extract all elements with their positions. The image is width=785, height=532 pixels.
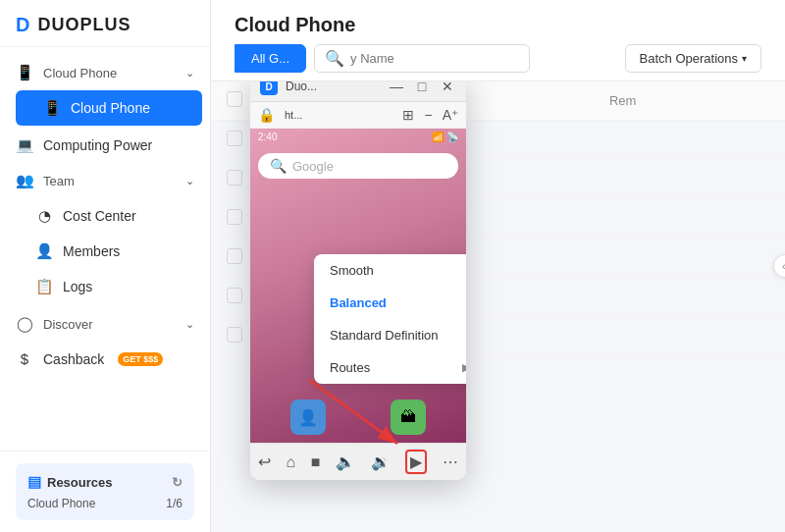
window-close-button[interactable]: ✕ — [439, 81, 456, 94]
sidebar-item-cost-center[interactable]: ◔ Cost Center — [8, 198, 210, 234]
app-icon: D — [260, 81, 278, 95]
row-checkbox-4[interactable] — [227, 288, 242, 303]
routes-chevron-icon: ▶ — [462, 361, 466, 374]
tab-group: All G... — [235, 44, 306, 73]
cashback-badge: GET $$$ — [118, 352, 163, 366]
team-icon: 👥 — [16, 172, 33, 189]
phone-screen: 2:40 📶 📡 🔍 Google 👤 🏔 — [250, 129, 466, 443]
phone-status-bar: 2:40 📶 📡 — [250, 129, 466, 145]
sidebar: D DUOPLUS 📱 Cloud Phone ⌄ 📱 Cloud Phone … — [0, 0, 211, 532]
chevron-discover-icon: ⌄ — [185, 318, 194, 331]
rem-cell — [594, 121, 785, 160]
sidebar-item-discover[interactable]: ◯ Discover ⌄ — [0, 306, 210, 342]
discover-icon: ◯ — [16, 315, 33, 333]
row-checkbox-5[interactable] — [227, 327, 242, 343]
phone-bottom-bar: ↩ ⌂ ■ 🔈 🔉 ▶ ⋯ — [250, 443, 466, 480]
cashback-icon: $ — [16, 350, 33, 367]
volume-down-icon[interactable]: 🔈 — [336, 452, 355, 471]
chevron-down-icon: ⌄ — [185, 67, 194, 80]
rem-column-header: Rem — [594, 81, 785, 121]
phone-app-contacts[interactable]: 👤 — [290, 399, 326, 435]
reader-icon[interactable]: A⁺ — [443, 107, 458, 123]
menu-item-standard-def[interactable]: Standard Definition — [314, 319, 466, 351]
logo-text: DUOPLUS — [37, 15, 131, 35]
row-checkbox-1[interactable] — [227, 170, 242, 186]
refresh-icon[interactable]: ↻ — [172, 475, 183, 490]
phone-window-overlay: D Duo... — □ ✕ 🔒 ht... ⊞ − A⁺ 2:40 — [250, 81, 466, 480]
row-checkbox-2[interactable] — [227, 209, 242, 225]
sidebar-item-cashback[interactable]: $ Cashback GET $$$ — [0, 342, 210, 376]
search-icon: 🔍 — [325, 49, 344, 68]
menu-item-routes[interactable]: Routes ▶ — [314, 351, 466, 384]
sidebar-item-cloud-phone[interactable]: 📱 Cloud Phone — [16, 90, 202, 126]
google-placeholder: Google — [292, 159, 334, 174]
phone-search-bar[interactable]: 🔍 Google — [258, 153, 458, 179]
toolbar: All G... 🔍 Batch Operations ▾ — [235, 44, 761, 73]
logo-area: D DUOPLUS — [0, 0, 210, 47]
window-maximize-button[interactable]: □ — [413, 81, 431, 94]
resources-title: ▤ Resources ↻ — [27, 473, 183, 491]
select-all-checkbox[interactable] — [227, 91, 242, 107]
menu-item-smooth[interactable]: Smooth — [314, 254, 466, 287]
rem-cell — [594, 278, 785, 317]
batch-operations-button[interactable]: Batch Operations ▾ — [625, 44, 761, 73]
nav-group-team: 👥 Team ⌄ ◔ Cost Center 👤 Members 📋 Logs — [0, 163, 210, 304]
menu-item-balanced[interactable]: Balanced — [314, 287, 466, 319]
more-icon[interactable]: ⋯ — [443, 452, 458, 471]
main-table-area: Status Rem Powered On Powered Off Powere… — [211, 81, 785, 532]
phone-window-titlebar: D Duo... — □ ✕ — [250, 81, 466, 102]
nav-sub-team: ◔ Cost Center 👤 Members 📋 Logs — [0, 198, 210, 304]
url-bar[interactable]: ht... — [285, 109, 392, 121]
batch-chevron-icon: ▾ — [742, 53, 747, 64]
rem-cell — [594, 317, 785, 356]
resources-box: ▤ Resources ↻ Cloud Phone 1/6 — [16, 463, 194, 520]
page-title: Cloud Phone — [235, 14, 761, 36]
lock-icon: 🔒 — [258, 107, 275, 123]
phone-browser-toolbar: 🔒 ht... ⊞ − A⁺ — [250, 102, 466, 129]
context-menu: Smooth Balanced Standard Definition Rout… — [314, 254, 466, 384]
sidebar-item-computing-power[interactable]: 💻 Computing Power — [0, 128, 210, 163]
tab-all[interactable]: All G... — [235, 44, 306, 73]
main-header: Cloud Phone All G... 🔍 Batch Operations … — [211, 0, 785, 81]
volume-up-icon[interactable]: 🔉 — [371, 452, 391, 471]
cost-icon: ◔ — [35, 207, 53, 225]
google-search-icon: 🔍 — [270, 158, 287, 174]
sidebar-item-team[interactable]: 👥 Team ⌄ — [0, 163, 210, 198]
main-content-area: Cloud Phone All G... 🔍 Batch Operations … — [211, 0, 785, 532]
monitor-icon: 💻 — [16, 136, 33, 154]
phone-app-row: 👤 🏔 — [250, 399, 466, 435]
cast-icon-highlighted[interactable]: ▶ — [405, 450, 427, 474]
members-icon: 👤 — [35, 242, 53, 260]
window-title: Duo... — [286, 81, 382, 93]
status-icons: 📶 📡 — [432, 132, 458, 142]
logo-icon: D — [16, 14, 29, 36]
sidebar-item-cloud-phone-group[interactable]: 📱 Cloud Phone ⌄ — [0, 55, 210, 90]
resources-chart-icon: ▤ — [27, 473, 41, 491]
chevron-team-icon: ⌄ — [185, 175, 194, 187]
status-time: 2:40 — [258, 132, 277, 142]
nav-group-cloud-phone: 📱 Cloud Phone ⌄ 📱 Cloud Phone — [0, 55, 210, 126]
row-checkbox-0[interactable] — [227, 131, 242, 146]
rem-cell — [594, 160, 785, 199]
phone-sub-icon: 📱 — [43, 99, 61, 117]
rem-cell — [594, 199, 785, 239]
add-tab-icon[interactable]: ⊞ — [402, 107, 414, 123]
back-icon[interactable]: ↩ — [258, 452, 271, 471]
window-minimize-button[interactable]: — — [388, 81, 405, 94]
recents-icon[interactable]: ■ — [311, 453, 321, 471]
home-icon[interactable]: ⌂ — [286, 453, 295, 471]
sidebar-nav: 📱 Cloud Phone ⌄ 📱 Cloud Phone 💻 Computin… — [0, 47, 210, 451]
rem-cell — [594, 239, 785, 278]
search-box[interactable]: 🔍 — [314, 44, 530, 73]
phone-icon: 📱 — [16, 64, 33, 81]
row-checkbox-3[interactable] — [227, 248, 242, 264]
sidebar-item-logs[interactable]: 📋 Logs — [8, 269, 210, 304]
nav-sub-cloud-phone: 📱 Cloud Phone — [0, 90, 210, 126]
logs-icon: 📋 — [35, 278, 53, 295]
search-input[interactable] — [350, 51, 519, 66]
phone-app-gallery[interactable]: 🏔 — [391, 399, 426, 435]
sidebar-item-members[interactable]: 👤 Members — [8, 234, 210, 269]
window-controls: — □ ✕ — [388, 81, 456, 94]
zoom-icon[interactable]: − — [424, 107, 432, 123]
resources-row-cloud-phone: Cloud Phone 1/6 — [27, 497, 183, 510]
